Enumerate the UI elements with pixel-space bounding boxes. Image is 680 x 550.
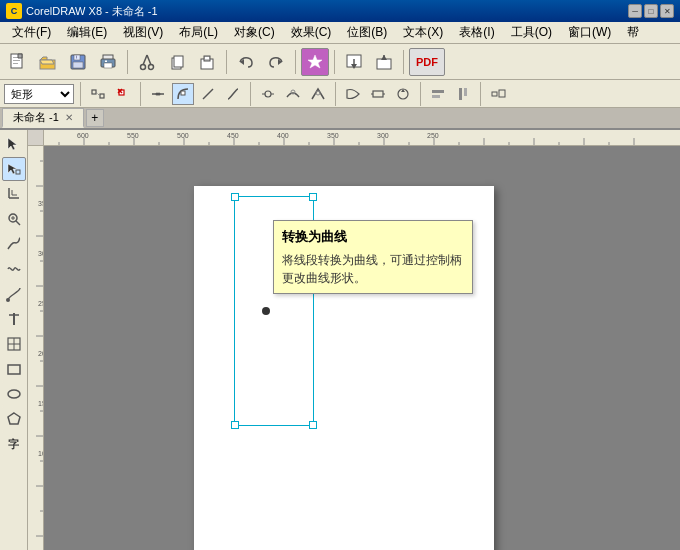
text-tool[interactable] bbox=[2, 307, 26, 331]
svg-rect-19 bbox=[174, 56, 183, 67]
paper[interactable] bbox=[44, 146, 680, 550]
new-icon bbox=[9, 53, 27, 71]
menu-edit[interactable]: 编辑(E) bbox=[59, 22, 115, 43]
menu-table[interactable]: 表格(I) bbox=[451, 22, 502, 43]
export-button[interactable] bbox=[370, 48, 398, 76]
open-button[interactable] bbox=[34, 48, 62, 76]
svg-point-77 bbox=[8, 390, 20, 398]
sym-node-button[interactable] bbox=[257, 83, 279, 105]
menu-effects[interactable]: 效果(C) bbox=[283, 22, 340, 43]
rectangle-tool[interactable] bbox=[2, 357, 26, 381]
ruler-h-svg: 600 550 500 450 400 350 300 250 bbox=[44, 130, 680, 146]
ellipse-tool[interactable] bbox=[2, 382, 26, 406]
tab-add-button[interactable]: + bbox=[86, 109, 104, 127]
rectangle-tool-icon bbox=[6, 361, 22, 377]
svg-point-41 bbox=[158, 92, 161, 95]
print-icon bbox=[99, 53, 117, 71]
undo-icon bbox=[236, 53, 256, 71]
table-tool[interactable] bbox=[2, 332, 26, 356]
menu-object[interactable]: 对象(C) bbox=[226, 22, 283, 43]
node-top-right[interactable] bbox=[309, 193, 317, 201]
canvas-area[interactable]: 600 550 500 450 400 350 300 250 bbox=[28, 130, 680, 550]
table-tool-icon bbox=[6, 336, 22, 352]
menu-text[interactable]: 文本(X) bbox=[395, 22, 451, 43]
node-center[interactable] bbox=[262, 307, 270, 315]
node-align-icon bbox=[90, 86, 106, 102]
rotate-node-button[interactable] bbox=[392, 83, 414, 105]
menu-help[interactable]: 帮 bbox=[619, 22, 647, 43]
menu-window[interactable]: 窗口(W) bbox=[560, 22, 619, 43]
redo-icon bbox=[266, 53, 286, 71]
main-area: 字 bbox=[0, 130, 680, 550]
make-curve-button[interactable] bbox=[222, 83, 244, 105]
menu-bitmap[interactable]: 位图(B) bbox=[339, 22, 395, 43]
crop-tool[interactable] bbox=[2, 182, 26, 206]
maximize-button[interactable]: □ bbox=[644, 4, 658, 18]
node-bottom-right[interactable] bbox=[309, 421, 317, 429]
pen-tool[interactable] bbox=[2, 282, 26, 306]
stretch-node-button[interactable] bbox=[367, 83, 389, 105]
import2-button[interactable] bbox=[340, 48, 368, 76]
close-button[interactable]: ✕ bbox=[660, 4, 674, 18]
freehand-tool[interactable] bbox=[2, 232, 26, 256]
paste-button[interactable] bbox=[193, 48, 221, 76]
svg-point-14 bbox=[141, 64, 146, 69]
save-button[interactable] bbox=[64, 48, 92, 76]
minimize-button[interactable]: ─ bbox=[628, 4, 642, 18]
import-button[interactable] bbox=[301, 48, 329, 76]
node-bottom-left[interactable] bbox=[231, 421, 239, 429]
svg-rect-49 bbox=[373, 91, 383, 97]
align-v-button[interactable] bbox=[452, 83, 474, 105]
polygon-tool[interactable] bbox=[2, 407, 26, 431]
svg-rect-57 bbox=[492, 92, 497, 96]
node-delete-icon bbox=[115, 86, 131, 102]
zoom-tool[interactable] bbox=[2, 207, 26, 231]
print-button[interactable] bbox=[94, 48, 122, 76]
prop-separator-2 bbox=[140, 82, 141, 106]
menu-view[interactable]: 视图(V) bbox=[115, 22, 171, 43]
menu-tools[interactable]: 工具(O) bbox=[503, 22, 560, 43]
undo-button[interactable] bbox=[232, 48, 260, 76]
node-tool-icon bbox=[6, 161, 22, 177]
make-line-button[interactable] bbox=[197, 83, 219, 105]
svg-rect-3 bbox=[13, 63, 18, 64]
character-tool[interactable]: 字 bbox=[2, 432, 26, 456]
svg-text:250: 250 bbox=[427, 132, 439, 139]
tab-label: 未命名 -1 bbox=[13, 110, 59, 125]
node-size-button[interactable] bbox=[487, 83, 509, 105]
new-button[interactable] bbox=[4, 48, 32, 76]
break-node-button[interactable] bbox=[147, 83, 169, 105]
node-tool-1[interactable] bbox=[342, 83, 364, 105]
ruler-v-svg: 350 300 250 200 150 100 bbox=[28, 146, 44, 550]
select-tool[interactable] bbox=[2, 132, 26, 156]
tooltip: 转换为曲线 将线段转换为曲线，可通过控制柄更改曲线形状。 bbox=[273, 220, 473, 294]
node-tool[interactable] bbox=[2, 157, 26, 181]
svg-text:600: 600 bbox=[77, 132, 89, 139]
svg-rect-13 bbox=[105, 60, 107, 62]
convert-to-curve-button[interactable] bbox=[172, 83, 194, 105]
svg-rect-55 bbox=[459, 88, 462, 100]
align-h-button[interactable] bbox=[427, 83, 449, 105]
align-h-icon bbox=[430, 86, 446, 102]
svg-line-67 bbox=[16, 221, 20, 225]
shape-selector[interactable]: 矩形 bbox=[4, 84, 74, 104]
node-delete-button[interactable] bbox=[112, 83, 134, 105]
pdf-button[interactable]: PDF bbox=[409, 48, 445, 76]
menu-file[interactable]: 文件(F) bbox=[4, 22, 59, 43]
svg-point-48 bbox=[316, 91, 320, 95]
cusp-node-button[interactable] bbox=[307, 83, 329, 105]
tab-unnamed-1[interactable]: 未命名 -1 ✕ bbox=[2, 108, 84, 128]
tab-close-icon[interactable]: ✕ bbox=[65, 112, 73, 123]
copy-button[interactable] bbox=[163, 48, 191, 76]
menu-layout[interactable]: 布局(L) bbox=[171, 22, 226, 43]
redo-button[interactable] bbox=[262, 48, 290, 76]
node-align-button[interactable] bbox=[87, 83, 109, 105]
import2-icon bbox=[345, 53, 363, 71]
smooth-node-button[interactable] bbox=[282, 83, 304, 105]
cut-button[interactable] bbox=[133, 48, 161, 76]
svg-rect-54 bbox=[432, 95, 440, 98]
svg-rect-32 bbox=[92, 90, 96, 94]
artistic-tool[interactable] bbox=[2, 257, 26, 281]
svg-point-44 bbox=[265, 91, 271, 97]
node-top-left[interactable] bbox=[231, 193, 239, 201]
